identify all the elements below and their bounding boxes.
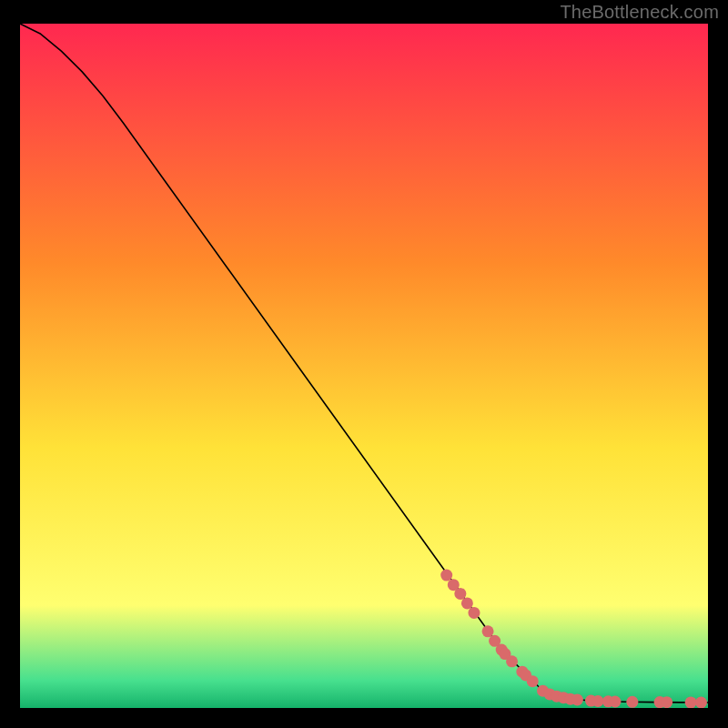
data-marker [454, 588, 466, 600]
chart-svg [20, 24, 708, 708]
data-marker [506, 655, 518, 667]
data-marker [440, 570, 452, 581]
data-marker [661, 696, 672, 708]
data-marker [468, 607, 480, 619]
data-marker [695, 696, 707, 708]
data-marker [527, 675, 539, 687]
data-marker [609, 696, 621, 708]
data-marker [592, 695, 604, 707]
plot-area [20, 24, 708, 708]
data-marker [461, 597, 473, 609]
data-marker [685, 696, 697, 708]
data-marker [482, 625, 494, 637]
chart-frame: TheBottleneck.com [0, 0, 728, 728]
data-marker [571, 693, 583, 705]
data-marker [626, 696, 638, 708]
gradient-background [20, 24, 708, 708]
watermark-text: TheBottleneck.com [560, 2, 719, 23]
